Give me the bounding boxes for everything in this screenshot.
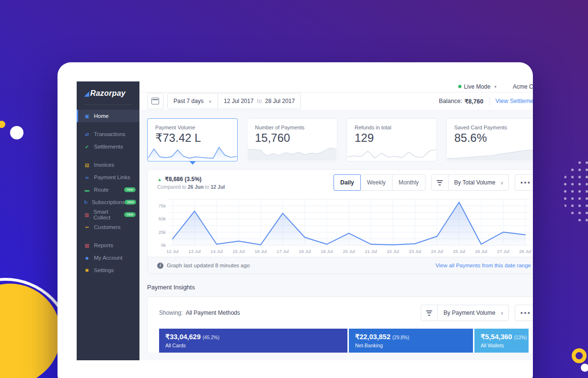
sidebar-item-route[interactable]: ▬Routenew <box>77 183 139 196</box>
svg-text:18 Jul: 18 Jul <box>299 249 311 254</box>
sidebar-item-settlements[interactable]: ✔Settlements <box>77 140 139 153</box>
date-range-control: Past 7 days ∨ 12 Jul 2017 to 28 Jul 2017 <box>167 93 301 109</box>
sort-by-dropdown[interactable]: By Total Volume ∨ <box>431 174 509 191</box>
sidebar-item-smart-collect[interactable]: ▥Smart Collectnew <box>77 208 139 221</box>
tab-monthly[interactable]: Monthly <box>392 174 426 191</box>
chart-controls: DailyWeeklyMonthly By Total Volume ∨ ●●● <box>334 174 533 191</box>
stat-card-saved-card-payments[interactable]: Saved Card Payments85.6% <box>446 118 533 161</box>
delta-value: ₹8,686 (3.5%) <box>165 176 201 183</box>
more-options-button[interactable]: ●●● <box>515 174 533 191</box>
segment-amount: ₹22,03,852 <box>355 333 391 341</box>
payment-method-segment-net-banking[interactable]: ₹22,03,852(29.8%)Net-Banking <box>349 329 473 353</box>
sidebar-item-subscriptions[interactable]: ↻Subscriptionsnew <box>77 196 139 208</box>
line-chart-svg: 0k25k50k75k12 Jul13 Jul14 Jul15 Jul16 Ju… <box>151 195 533 255</box>
stat-card-value: ₹73.42 L <box>148 130 237 145</box>
compare-prefix: Compared to <box>157 184 186 190</box>
view-settlements-link[interactable]: View Settlements <box>496 98 533 104</box>
main-area: Live Mode ▾ Acme Corp Past 7 days ∨ <box>139 81 533 360</box>
svg-text:19 Jul: 19 Jul <box>321 249 333 254</box>
sidebar-item-transactions[interactable]: ⇄Transactions <box>77 128 139 140</box>
sidebar-item-label: Settlements <box>94 144 123 149</box>
svg-text:0k: 0k <box>161 242 166 248</box>
stat-card-title: Saved Card Payments <box>447 119 533 130</box>
sidebar-item-reports[interactable]: ▧Reports <box>77 239 139 252</box>
tab-daily[interactable]: Daily <box>334 174 361 191</box>
sidebar-item-customers[interactable]: ●●Customers <box>77 221 139 233</box>
sidebar-item-home[interactable]: ▣Home <box>77 110 139 122</box>
chevron-down-icon: ∨ <box>500 180 504 185</box>
stat-card-refunds-in-total[interactable]: Refunds in total129 <box>346 118 437 161</box>
selected-card-caret <box>189 161 196 165</box>
graph-updated-text: Graph last updated 8 minutes ago <box>167 263 250 268</box>
sidebar-item-label: Route <box>94 187 109 193</box>
sidebar: ◢ Razorpay ▣Home⇄Transactions✔Settlement… <box>77 81 139 360</box>
chart-header: ▲ ₹8,686 (3.5%) Compared to 26 Jun to 12… <box>148 170 533 193</box>
home-icon: ▣ <box>84 114 90 119</box>
showing-value: All Payment Methods <box>185 309 240 316</box>
sidebar-item-label: Home <box>94 113 109 119</box>
date-range-display[interactable]: 12 Jul 2017 to 28 Jul 2017 <box>218 98 300 104</box>
my-account-icon: ☻ <box>84 255 90 261</box>
live-mode-label: Live Mode <box>464 83 490 90</box>
svg-text:20 Jul: 20 Jul <box>343 249 355 254</box>
razorpay-logo-text: Razorpay <box>90 89 126 98</box>
tab-weekly[interactable]: Weekly <box>360 174 392 191</box>
compare-from: 26 Jun <box>188 184 204 190</box>
payment-volume-dropdown[interactable]: By Payment Volume ∨ <box>421 305 509 321</box>
compare-to: 12 Jul <box>211 184 225 190</box>
stat-card-title: Number of Payments <box>247 119 337 130</box>
stat-card-number-of-payments[interactable]: Number of Payments15,760 <box>247 118 337 161</box>
line-chart: 0k25k50k75k12 Jul13 Jul14 Jul15 Jul16 Ju… <box>148 193 533 257</box>
sidebar-item-my-account[interactable]: ☻My Account <box>77 252 139 264</box>
stat-cards-row: Payment Volume₹73.42 LNumber of Payments… <box>147 118 533 161</box>
sidebar-item-invoices[interactable]: ▤Invoices <box>77 159 139 171</box>
white-dot-decoration <box>581 364 588 372</box>
svg-text:75k: 75k <box>159 203 166 208</box>
reports-icon: ▧ <box>84 243 90 248</box>
sidebar-item-payment-links[interactable]: ∞Payment Links <box>77 171 139 183</box>
calendar-icon <box>151 98 159 104</box>
svg-text:12 Jul: 12 Jul <box>166 249 178 254</box>
segment-amount: ₹5,54,360 <box>481 333 512 341</box>
settlements-icon: ✔ <box>84 144 90 149</box>
dots-pattern-decoration <box>562 159 588 223</box>
compare-mid: to <box>205 184 209 190</box>
svg-text:14 Jul: 14 Jul <box>210 249 222 254</box>
segment-percent: (45.2%) <box>203 335 219 340</box>
payment-method-segment-all-cards[interactable]: ₹33,04,629(45.2%)All Cards <box>159 329 347 353</box>
svg-text:50k: 50k <box>159 216 166 221</box>
sidebar-item-label: Invoices <box>94 162 114 168</box>
svg-text:15 Jul: 15 Jul <box>232 249 244 254</box>
svg-text:17 Jul: 17 Jul <box>277 249 288 254</box>
white-circle-decoration <box>10 126 23 139</box>
date-filter-row: Past 7 days ∨ 12 Jul 2017 to 28 Jul 2017 <box>139 92 533 111</box>
chevron-down-icon: ▾ <box>494 84 496 89</box>
account-menu[interactable]: Acme Corp <box>513 83 533 90</box>
sidebar-item-label: My Account <box>94 255 122 261</box>
stat-card-payment-volume[interactable]: Payment Volume₹73.42 L <box>147 118 238 161</box>
view-all-payments-link[interactable]: View all Payments from this date range <box>436 263 531 268</box>
new-badge: new <box>125 200 136 205</box>
dashboard-window: ◢ Razorpay ▣Home⇄Transactions✔Settlement… <box>58 62 533 378</box>
sidebar-item-settings[interactable]: ✱Settings <box>77 264 139 276</box>
arrow-up-icon: ▲ <box>157 177 162 182</box>
date-to-word: to <box>257 98 262 104</box>
chart-delta-block: ▲ ₹8,686 (3.5%) Compared to 26 Jun to 12… <box>157 176 225 190</box>
payment-method-segment-all-wallets[interactable]: ₹5,54,360(13%)All Wallets <box>474 329 529 353</box>
razorpay-logo-icon: ◢ <box>84 90 89 97</box>
svg-text:16 Jul: 16 Jul <box>254 249 266 254</box>
more-options-button[interactable]: ●●● <box>515 305 533 321</box>
razorpay-logo[interactable]: ◢ Razorpay <box>77 81 139 103</box>
subscriptions-icon: ↻ <box>84 200 88 205</box>
date-preset-dropdown[interactable]: Past 7 days ∨ <box>168 98 218 104</box>
stat-card-value: 85.6% <box>447 130 533 145</box>
svg-text:25 Jul: 25 Jul <box>453 249 465 254</box>
calendar-button[interactable] <box>147 93 163 109</box>
svg-text:27 Jul: 27 Jul <box>497 249 509 254</box>
divider <box>489 96 490 106</box>
customers-icon: ●● <box>84 226 90 229</box>
svg-text:26 Jul: 26 Jul <box>475 249 487 254</box>
showing-label: Showing: <box>159 309 183 316</box>
live-mode-dropdown[interactable]: Live Mode ▾ <box>458 83 496 90</box>
svg-text:23 Jul: 23 Jul <box>409 249 421 254</box>
